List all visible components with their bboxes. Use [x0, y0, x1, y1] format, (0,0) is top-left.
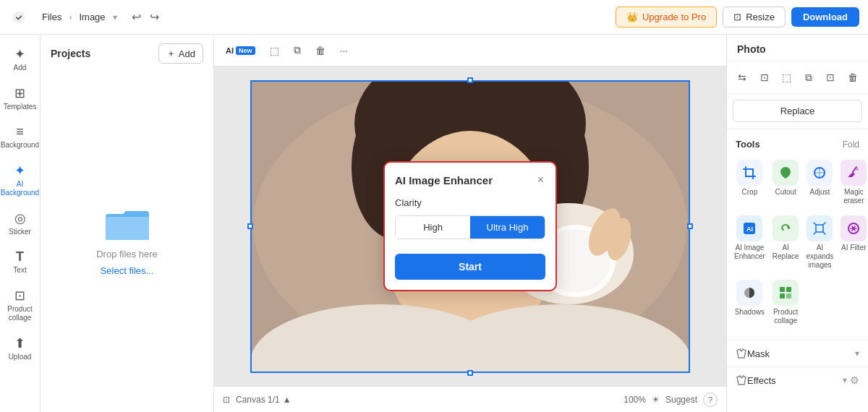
ai-image-enhancer-dialog: AI Image Enhancer × Clarity High Ultra H…	[383, 161, 557, 291]
ai-toolbar-button[interactable]: AI New	[220, 42, 261, 59]
logo[interactable]	[9, 7, 29, 27]
effects-chevron-icon: ▾	[843, 375, 847, 385]
photo-icons-row: ⇆ ⊡ ⬚ ⧉ ⊡ 🗑	[727, 61, 868, 94]
paste-icon[interactable]: ⊡	[820, 67, 841, 87]
upgrade-button[interactable]: 👑 Upgrade to Pro	[616, 7, 717, 27]
breadcrumb: Files › Image ▾	[38, 9, 117, 25]
fold-button[interactable]: Fold	[843, 140, 859, 150]
ai-filter-icon	[846, 221, 861, 236]
dialog-footer: Start	[385, 251, 556, 290]
dialog-body: Clarity High Ultra High	[385, 194, 556, 251]
ai-background-icon: ✦	[14, 163, 25, 179]
ai-replace-icon-box	[773, 215, 799, 241]
transform-icon[interactable]: ⊡	[754, 67, 775, 87]
canvas-wrapper[interactable]: AI Image Enhancer × Clarity High Ultra H…	[214, 66, 726, 386]
trash-icon[interactable]: 🗑	[843, 67, 863, 87]
tool-adjust[interactable]: Adjust	[805, 157, 835, 208]
zoom-control[interactable]: 100%	[624, 395, 646, 405]
plus-icon: ＋	[166, 47, 176, 60]
adjust-icon-box	[807, 160, 833, 186]
svg-text:AI: AI	[746, 226, 753, 233]
resize-button[interactable]: ⊡ Resize	[723, 7, 786, 27]
tools-section: Tools Fold Crop	[727, 129, 868, 340]
lock-icon[interactable]: ⬚	[776, 67, 796, 87]
resize-icon: ⊡	[733, 12, 741, 22]
projects-content: Drop files here Select files...	[41, 69, 213, 412]
copy-icon[interactable]: ⧉	[799, 67, 819, 87]
tool-magic-eraser[interactable]: Magic eraser	[839, 157, 868, 208]
dialog-header: AI Image Enhancer ×	[385, 163, 556, 194]
drop-text: Drop files here	[96, 249, 158, 259]
ai-enhancer-icon-box: AI	[736, 215, 762, 241]
sidebar-item-background[interactable]: ≡ Background	[3, 119, 38, 155]
background-icon: ≡	[16, 124, 24, 140]
topbar: Files › Image ▾ ↩ ↪ 👑 Upgrade to Pro ⊡ R…	[0, 0, 868, 35]
projects-title: Projects	[51, 48, 90, 59]
start-button[interactable]: Start	[395, 254, 545, 280]
mask-section[interactable]: Mask ▾	[727, 340, 868, 366]
svg-rect-34	[786, 293, 791, 299]
mask-chevron-icon: ▾	[855, 348, 859, 359]
svg-point-0	[13, 11, 25, 23]
text-icon: T	[16, 249, 24, 265]
sidebar-item-ai-background[interactable]: ✦ AI Background	[3, 157, 38, 203]
sidebar-item-text[interactable]: T Text	[3, 244, 38, 280]
sidebar-item-sticker[interactable]: ◎ Sticker	[3, 205, 38, 242]
effects-title: Effects	[747, 375, 776, 386]
sidebar-item-add[interactable]: ✦ Add	[3, 40, 38, 78]
dialog-close-button[interactable]: ×	[536, 173, 545, 187]
svg-point-25	[856, 168, 859, 171]
download-button[interactable]: Download	[791, 7, 859, 27]
product-collage-icon-box	[773, 280, 799, 306]
more-toolbar-button[interactable]: ···	[334, 40, 354, 61]
effects-section[interactable]: Effects ▾ ⚙	[727, 367, 868, 393]
selected-image-container[interactable]: AI Image Enhancer × Clarity High Ultra H…	[250, 80, 690, 373]
clarity-label: Clarity	[395, 197, 545, 208]
sidebar-item-templates[interactable]: ⊞ Templates	[3, 80, 38, 117]
clarity-ultra-high-button[interactable]: Ultra High	[470, 216, 545, 239]
image-nav[interactable]: Image	[75, 9, 109, 25]
ai-expands-icon	[812, 221, 827, 236]
clarity-options: High Ultra High	[395, 215, 545, 239]
canvas-toolbar: AI New ⬚ ⧉ 🗑 ···	[214, 35, 726, 66]
canvas-name: Canvas 1/1 ▲	[236, 395, 292, 405]
photo-header: Photo	[727, 35, 868, 61]
crop-icon-box	[736, 160, 762, 186]
sidebar-item-upload[interactable]: ⬆ Upload	[3, 330, 38, 367]
redo-button[interactable]: ↪	[147, 7, 162, 27]
copy-toolbar-button[interactable]: ⧉	[288, 40, 307, 61]
main-layout: ✦ Add ⊞ Templates ≡ Background ✦ AI Back…	[0, 35, 868, 412]
tool-product-collage[interactable]: Product collage	[771, 277, 801, 328]
tool-ai-filter[interactable]: AI Filter	[839, 213, 868, 272]
tools-header: Tools Fold	[727, 134, 868, 154]
svg-rect-2	[106, 217, 149, 240]
add-project-button[interactable]: ＋ Add	[158, 43, 203, 64]
canvas-area: AI New ⬚ ⧉ 🗑 ···	[214, 35, 726, 412]
delete-toolbar-button[interactable]: 🗑	[310, 40, 331, 61]
replace-button[interactable]: Replace	[733, 100, 862, 122]
right-sidebar: Photo ⇆ ⊡ ⬚ ⧉ ⊡ 🗑 Replace Tools Fold	[726, 35, 868, 412]
tool-ai-replace[interactable]: AI Replace	[771, 213, 801, 272]
tool-ai-image-enhancer[interactable]: AI AI Image Enhancer	[733, 213, 767, 272]
help-button[interactable]: ?	[703, 392, 718, 407]
tool-shadows[interactable]: Shadows	[733, 277, 767, 328]
product-collage-icon	[778, 286, 793, 300]
tool-cutout[interactable]: Cutout	[771, 157, 801, 208]
tools-title: Tools	[736, 139, 760, 150]
flip-icon[interactable]: ⇆	[732, 67, 752, 87]
canvas-chevron-icon: ▲	[283, 395, 292, 405]
tool-crop[interactable]: Crop	[733, 157, 767, 208]
effects-settings-icon[interactable]: ⚙	[850, 374, 859, 386]
frame-toolbar-button[interactable]: ⬚	[264, 40, 285, 61]
effects-icon	[736, 374, 747, 386]
shadows-icon	[742, 286, 757, 300]
sidebar-item-product-collage[interactable]: ⊡ Product collage	[3, 282, 38, 328]
clarity-high-button[interactable]: High	[396, 216, 470, 239]
files-nav[interactable]: Files	[38, 9, 66, 25]
tool-ai-expands[interactable]: AI expands images	[805, 213, 835, 272]
undo-button[interactable]: ↩	[129, 7, 144, 27]
select-files-link[interactable]: Select files...	[101, 265, 154, 276]
suggest-label[interactable]: Suggest	[665, 395, 697, 405]
templates-icon: ⊞	[14, 85, 25, 101]
left-sidebar: ✦ Add ⊞ Templates ≡ Background ✦ AI Back…	[0, 35, 41, 412]
